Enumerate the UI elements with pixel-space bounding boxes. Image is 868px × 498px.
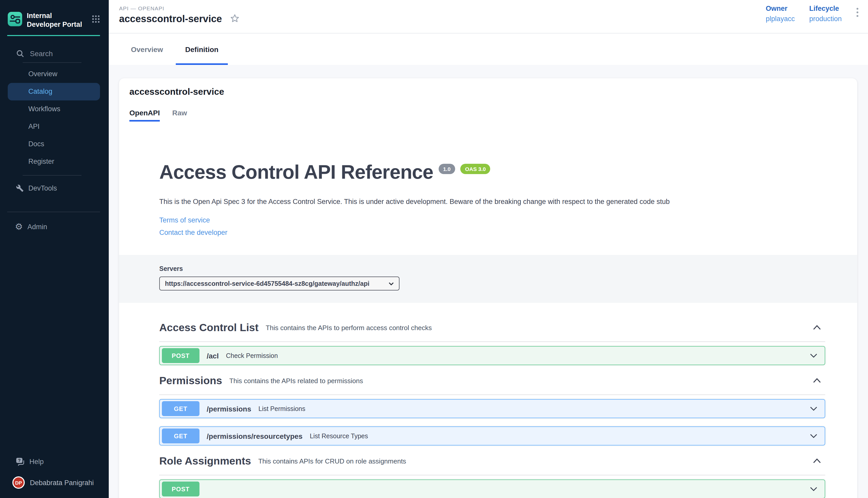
chevron-down-icon[interactable] bbox=[810, 487, 817, 492]
lifecycle-block: Lifecycle production bbox=[809, 5, 842, 23]
section-title: Permissions bbox=[159, 375, 222, 387]
search-icon bbox=[16, 50, 24, 58]
sidebar-item-label: Admin bbox=[28, 223, 48, 231]
card-tabs: OpenAPIRaw bbox=[129, 109, 847, 121]
sidebar-item-catalog[interactable]: Catalog bbox=[8, 83, 100, 101]
search-label: Search bbox=[30, 50, 53, 58]
tab-definition[interactable]: Definition bbox=[176, 34, 228, 65]
chevron-up-icon[interactable] bbox=[813, 378, 821, 383]
help-chat-icon: ? bbox=[15, 457, 25, 466]
servers-selected-value: https://accesscontrol-service-6d45755484… bbox=[165, 280, 369, 287]
wrench-icon bbox=[16, 185, 24, 192]
sidebar-divider bbox=[7, 212, 100, 212]
sidebar-item-label: DevTools bbox=[28, 185, 57, 192]
section-title: Role Assignments bbox=[159, 455, 251, 467]
contact-developer-link[interactable]: Contact the developer bbox=[159, 229, 227, 237]
operation-row--permissions[interactable]: GET/permissionsList Permissions bbox=[159, 399, 825, 418]
swagger-ui: Access Control API Reference 1.0 OAS 3.0… bbox=[119, 162, 857, 498]
sidebar-item-admin[interactable]: ⚙ Admin bbox=[0, 218, 109, 236]
sidebar-item-api[interactable]: API bbox=[8, 118, 100, 135]
section-role-assignments: Role AssignmentsThis contains APIs for C… bbox=[159, 454, 825, 498]
card-tab-raw[interactable]: Raw bbox=[172, 109, 187, 121]
sidebar-item-help[interactable]: ? Help bbox=[0, 453, 109, 470]
chevron-up-icon[interactable] bbox=[813, 459, 821, 464]
operation-row--permissions-resourcetypes[interactable]: GET/permissions/resourcetypesList Resour… bbox=[159, 427, 825, 446]
lifecycle-label: Lifecycle bbox=[809, 5, 842, 12]
card-tab-openapi[interactable]: OpenAPI bbox=[129, 109, 160, 121]
operations-list: POST bbox=[159, 480, 825, 498]
section-header[interactable]: Access Control ListThis contains the API… bbox=[159, 320, 825, 335]
method-badge: POST bbox=[162, 349, 200, 363]
oas-badge: OAS 3.0 bbox=[460, 164, 490, 174]
operation-summary: List Permissions bbox=[258, 405, 305, 412]
section-subtitle: This contains the APIs related to permis… bbox=[229, 377, 363, 385]
servers-band: Servers https://accesscontrol-service-6d… bbox=[119, 255, 857, 303]
section-header[interactable]: PermissionsThis contains the APIs relate… bbox=[159, 374, 825, 388]
operation-summary: Check Permission bbox=[226, 352, 278, 359]
chevron-up-icon[interactable] bbox=[813, 325, 821, 330]
api-title: Access Control API Reference bbox=[159, 162, 433, 183]
app-root: Internal Developer Portal Search Overvie… bbox=[0, 0, 868, 498]
content-area: accesscontrol-service OpenAPIRaw Access … bbox=[109, 65, 868, 498]
operation-summary: List Resource Types bbox=[310, 433, 368, 440]
sidebar-search[interactable]: Search bbox=[0, 50, 109, 58]
sidebar-item-docs[interactable]: Docs bbox=[8, 135, 100, 153]
servers-label: Servers bbox=[159, 265, 825, 273]
gear-icon: ⚙ bbox=[15, 223, 23, 232]
sidebar-item-label: Help bbox=[29, 458, 44, 465]
version-badge: 1.0 bbox=[438, 164, 455, 174]
servers-select[interactable]: https://accesscontrol-service-6d45755484… bbox=[159, 277, 399, 291]
card-title: accesscontrol-service bbox=[129, 87, 847, 97]
main-area: API — OPENAPI accesscontrol-service Owne… bbox=[109, 0, 868, 498]
tab-overview[interactable]: Overview bbox=[122, 34, 173, 65]
section-divider bbox=[159, 475, 825, 476]
api-sections: Access Control ListThis contains the API… bbox=[159, 303, 825, 498]
operation-path: /permissions bbox=[207, 405, 251, 413]
section-divider bbox=[159, 342, 825, 342]
app-title: Internal Developer Portal bbox=[27, 12, 82, 29]
lifecycle-value: production bbox=[809, 15, 842, 23]
chevron-down-icon bbox=[384, 282, 394, 285]
api-description: This is the Open Api Spec 3 for the Acce… bbox=[159, 197, 778, 207]
apps-grid-icon[interactable] bbox=[92, 15, 100, 25]
operation-path: /acl bbox=[207, 352, 219, 360]
svg-text:?: ? bbox=[18, 458, 21, 463]
operations-list: GET/permissionsList PermissionsGET/permi… bbox=[159, 399, 825, 446]
method-badge: GET bbox=[162, 429, 200, 444]
method-badge: GET bbox=[162, 402, 200, 416]
user-profile[interactable]: DP Debabrata Panigrahi bbox=[0, 476, 109, 489]
sidebar-divider bbox=[23, 175, 81, 175]
section-permissions: PermissionsThis contains the APIs relate… bbox=[159, 374, 825, 446]
owner-label: Owner bbox=[766, 5, 795, 12]
operations-list: POST/aclCheck Permission bbox=[159, 346, 825, 365]
operation-row--acl[interactable]: POST/aclCheck Permission bbox=[159, 346, 825, 365]
app-logo-icon[interactable] bbox=[8, 12, 22, 26]
method-badge: POST bbox=[162, 482, 200, 497]
sidebar-nav: OverviewCatalogWorkflowsAPIDocsRegister bbox=[0, 65, 109, 170]
page-tabs: OverviewDefinition bbox=[109, 34, 868, 65]
terms-of-service-link[interactable]: Terms of service bbox=[159, 217, 210, 224]
chevron-down-icon[interactable] bbox=[810, 434, 817, 438]
section-header[interactable]: Role AssignmentsThis contains APIs for C… bbox=[159, 454, 825, 468]
section-divider bbox=[159, 395, 825, 395]
owner-link[interactable]: plplayacc bbox=[766, 15, 795, 23]
avatar: DP bbox=[12, 476, 25, 489]
sidebar-item-overview[interactable]: Overview bbox=[8, 65, 100, 83]
favorite-star-icon[interactable] bbox=[230, 14, 239, 25]
chevron-down-icon[interactable] bbox=[810, 407, 817, 411]
user-name: Debabrata Panigrahi bbox=[30, 479, 94, 486]
section-subtitle: This contains the APIs to perform access… bbox=[266, 324, 432, 332]
owner-block: Owner plplayacc bbox=[766, 5, 795, 23]
sidebar: Internal Developer Portal Search Overvie… bbox=[0, 0, 109, 498]
section-subtitle: This contains APIs for CRUD on role assi… bbox=[258, 457, 406, 465]
page-title: accesscontrol-service bbox=[119, 13, 222, 25]
section-title: Access Control List bbox=[159, 322, 258, 334]
search-underline bbox=[23, 62, 81, 63]
sidebar-item-devtools[interactable]: DevTools bbox=[0, 180, 109, 197]
chevron-down-icon[interactable] bbox=[810, 354, 817, 358]
kebab-menu-icon[interactable] bbox=[856, 7, 859, 19]
operation-row-partial[interactable]: POST bbox=[159, 480, 825, 498]
sidebar-item-register[interactable]: Register bbox=[8, 153, 100, 170]
sidebar-item-workflows[interactable]: Workflows bbox=[8, 101, 100, 118]
sidebar-accent-divider bbox=[7, 35, 100, 36]
